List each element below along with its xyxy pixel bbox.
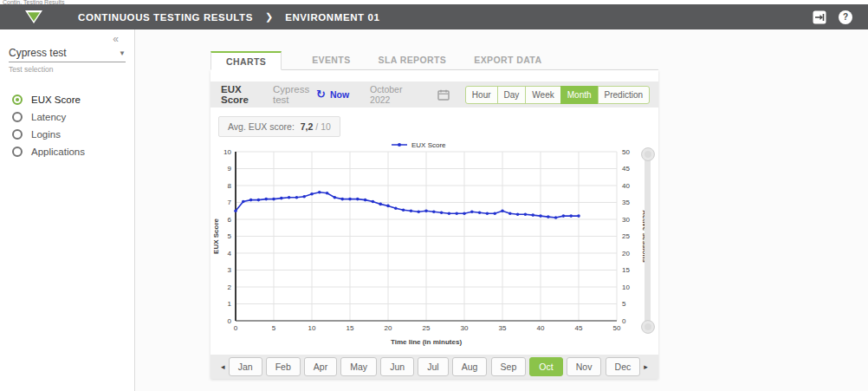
- radio-icon[interactable]: [12, 147, 23, 157]
- refresh-icon: ↻: [316, 89, 326, 100]
- calendar-icon[interactable]: [437, 89, 450, 101]
- svg-text:EUX Score: EUX Score: [411, 141, 446, 149]
- month-button-sep[interactable]: Sep: [491, 357, 527, 376]
- test-select-dropdown[interactable]: Cypress test ▼: [9, 47, 126, 62]
- chart-test-name: Cypress test: [273, 84, 316, 105]
- svg-text:50: 50: [613, 324, 621, 332]
- svg-text:8: 8: [228, 182, 232, 190]
- sidebar: « Cypress test ▼ Test selection EUX Scor…: [0, 29, 135, 391]
- prev-month-icon[interactable]: ◂: [221, 362, 225, 371]
- sidebar-item-eux-score[interactable]: EUX Score: [0, 91, 134, 108]
- sidebar-item-applications[interactable]: Applications: [0, 143, 134, 160]
- svg-text:0: 0: [228, 317, 232, 325]
- tab-export-data[interactable]: EXPORT DATA: [463, 51, 553, 69]
- tab-bar: CHARTSEVENTSSLA REPORTSEXPORT DATA: [211, 51, 658, 70]
- metric-label: EUX Score: [31, 94, 81, 105]
- svg-text:10: 10: [622, 283, 630, 291]
- avg-value: 7,2: [301, 121, 314, 132]
- svg-text:45: 45: [622, 165, 630, 173]
- month-button-jun[interactable]: Jun: [380, 357, 414, 376]
- app-logo-icon: [24, 10, 43, 24]
- svg-text:3: 3: [228, 266, 232, 274]
- svg-text:45: 45: [575, 324, 583, 332]
- now-button[interactable]: ↻ Now: [316, 89, 349, 100]
- svg-text:30: 30: [461, 324, 469, 332]
- test-select-caption: Test selection: [9, 65, 126, 74]
- logout-icon[interactable]: [813, 10, 826, 24]
- chart-metric-title: EUX Score: [221, 84, 261, 105]
- range-button-day[interactable]: Day: [497, 86, 527, 104]
- svg-text:25: 25: [423, 324, 431, 332]
- range-button-month[interactable]: Month: [560, 86, 599, 104]
- radio-icon[interactable]: [12, 94, 23, 105]
- svg-text:6: 6: [228, 216, 232, 224]
- svg-text:25: 25: [622, 232, 630, 240]
- svg-text:50: 50: [622, 148, 630, 156]
- range-button-group: HourDayWeekMonthPrediction: [465, 86, 650, 104]
- svg-text:40: 40: [537, 324, 545, 332]
- svg-text:9: 9: [228, 165, 232, 173]
- avg-suffix: / 10: [315, 121, 331, 132]
- svg-text:35: 35: [622, 199, 630, 206]
- main-content: CHARTSEVENTSSLA REPORTSEXPORT DATA EUX S…: [135, 29, 868, 391]
- slider-handle-top[interactable]: [641, 147, 655, 161]
- month-button-jul[interactable]: Jul: [418, 357, 448, 376]
- month-button-apr[interactable]: Apr: [304, 357, 337, 376]
- app-header: CONTINUOUS TESTING RESULTS ❯ ENVIRONMENT…: [0, 4, 868, 29]
- active-sessions-slider: [640, 147, 656, 334]
- radio-icon[interactable]: [12, 129, 23, 140]
- svg-text:15: 15: [347, 324, 354, 332]
- metric-radio-group: EUX ScoreLatencyLoginsApplications: [0, 91, 134, 160]
- svg-text:2: 2: [228, 283, 232, 291]
- slider-track[interactable]: [645, 153, 651, 328]
- avg-eux-score-badge: Avg. EUX score: 7,2 / 10: [218, 116, 340, 137]
- now-label: Now: [330, 89, 349, 100]
- month-button-dec[interactable]: Dec: [606, 357, 641, 376]
- sidebar-collapse-icon[interactable]: «: [113, 33, 119, 45]
- avg-label: Avg. EUX score:: [228, 121, 295, 132]
- app-title: CONTINUOUS TESTING RESULTS: [78, 12, 253, 23]
- metric-label: Latency: [31, 112, 66, 122]
- month-button-jan[interactable]: Jan: [229, 357, 262, 376]
- range-button-week[interactable]: Week: [525, 86, 560, 104]
- month-button-nov[interactable]: Nov: [567, 357, 602, 376]
- breadcrumb-separator-icon: ❯: [265, 11, 273, 23]
- slider-handle-bottom[interactable]: [641, 320, 655, 334]
- sidebar-item-latency[interactable]: Latency: [0, 108, 134, 126]
- svg-text:30: 30: [622, 216, 630, 224]
- svg-text:20: 20: [385, 324, 392, 332]
- period-label[interactable]: October 2022: [370, 84, 413, 105]
- svg-text:40: 40: [622, 182, 630, 190]
- month-button-feb[interactable]: Feb: [266, 357, 301, 376]
- svg-text:Time line (in minutes): Time line (in minutes): [391, 338, 462, 346]
- month-button-may[interactable]: May: [340, 357, 377, 376]
- month-button-aug[interactable]: Aug: [452, 357, 488, 376]
- svg-text:20: 20: [622, 250, 630, 257]
- svg-text:5: 5: [228, 232, 232, 240]
- help-icon[interactable]: ?: [839, 10, 852, 24]
- chart-toolbar: EUX Score Cypress test ↻ Now October 202…: [211, 81, 658, 108]
- workspace: « Cypress test ▼ Test selection EUX Scor…: [0, 29, 868, 391]
- month-button-oct[interactable]: Oct: [529, 357, 562, 376]
- svg-text:0: 0: [234, 324, 238, 332]
- svg-text:5: 5: [622, 300, 626, 308]
- tab-charts[interactable]: CHARTS: [211, 51, 282, 70]
- range-button-prediction[interactable]: Prediction: [598, 86, 650, 104]
- svg-text:5: 5: [272, 324, 276, 332]
- chart-card: EUX Score Cypress test ↻ Now October 202…: [211, 70, 658, 379]
- svg-text:1: 1: [228, 300, 232, 308]
- svg-text:7: 7: [228, 199, 232, 206]
- eux-score-line-chart: 0015210315420525630735840945105005101520…: [211, 139, 648, 347]
- chevron-down-icon: ▼: [119, 49, 126, 57]
- radio-icon[interactable]: [12, 112, 23, 122]
- breadcrumb-environment: ENVIRONMENT 01: [285, 12, 379, 23]
- svg-text:4: 4: [228, 250, 232, 257]
- metric-label: Applications: [31, 147, 85, 157]
- svg-text:0: 0: [622, 317, 626, 325]
- svg-text:EUX Score: EUX Score: [212, 218, 220, 253]
- range-button-hour[interactable]: Hour: [465, 86, 498, 104]
- tab-sla-reports[interactable]: SLA REPORTS: [367, 51, 458, 69]
- next-month-icon[interactable]: ▸: [644, 362, 648, 371]
- sidebar-item-logins[interactable]: Logins: [0, 126, 134, 143]
- tab-events[interactable]: EVENTS: [301, 51, 361, 69]
